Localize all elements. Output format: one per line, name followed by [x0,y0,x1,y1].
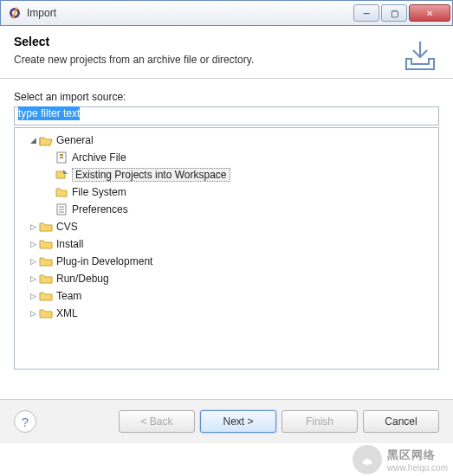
tree-label: XML [56,307,78,319]
page-description: Create new projects from an archive file… [14,54,439,66]
wizard-content: Select an import source: type filter tex… [0,79,453,375]
expand-icon[interactable]: ▷ [27,238,39,250]
tree-label: Archive File [72,151,126,164]
maximize-button[interactable]: ▢ [381,4,407,22]
tree-item-existing-projects[interactable]: Existing Projects into Workspace [16,166,437,183]
expand-icon[interactable]: ▷ [27,307,39,319]
watermark: 黑区网络 www.heiqu.com [353,445,448,474]
watermark-text: 黑区网络 [387,447,448,463]
folder-icon [55,186,68,198]
back-button[interactable]: < Back [119,410,195,433]
cancel-button[interactable]: Cancel [363,410,439,433]
tree-item-plugin-dev[interactable]: ▷ Plug-in Development [16,253,437,270]
tree-item-cvs[interactable]: ▷ CVS [16,218,437,235]
tree-label: Plug-in Development [56,255,152,267]
tree-item-preferences[interactable]: Preferences [16,201,437,218]
window-titlebar: Import ─ ▢ ✕ [0,0,453,26]
page-title: Select [14,35,439,48]
minimize-button[interactable]: ─ [353,4,379,22]
wizard-footer: ? < Back Next > Finish Cancel [0,399,453,443]
folder-icon [39,238,53,250]
close-button[interactable]: ✕ [409,4,450,22]
svg-rect-4 [60,154,63,156]
folder-icon [39,307,53,319]
tree-label: Install [56,238,83,250]
expand-icon[interactable]: ▷ [27,221,39,233]
preferences-icon [55,203,68,215]
tree-item-rundebug[interactable]: ▷ Run/Debug [16,270,437,287]
finish-button[interactable]: Finish [282,410,358,433]
watermark-url: www.heiqu.com [387,463,448,473]
collapse-icon[interactable]: ◢ [27,134,39,146]
tree-label: Preferences [72,203,128,215]
tree-item-xml[interactable]: ▷ XML [16,305,437,322]
folder-icon [39,221,53,233]
wizard-header: Select Create new projects from an archi… [0,26,453,79]
next-button[interactable]: Next > [200,410,276,433]
tree-item-archive[interactable]: Archive File [16,149,437,166]
filter-input[interactable]: type filter text [14,106,439,125]
tree-item-install[interactable]: ▷ Install [16,235,437,253]
svg-rect-5 [60,157,63,158]
import-source-tree[interactable]: ◢ General Archive File Existing Projects… [14,127,439,370]
source-label: Select an import source: [14,91,439,103]
tree-label: General [56,134,94,146]
help-button[interactable]: ? [14,410,36,433]
tree-label: File System [72,186,126,198]
folder-icon [39,273,53,285]
tree-label: CVS [56,221,78,233]
import-icon [401,36,439,74]
tree-label: Team [56,290,81,302]
app-icon [8,6,22,20]
tree-label: Run/Debug [56,273,109,285]
tree-item-filesystem[interactable]: File System [16,183,437,201]
expand-icon[interactable]: ▷ [27,255,39,267]
tree-item-general[interactable]: ◢ General [16,132,437,149]
expand-icon[interactable]: ▷ [27,290,39,302]
folder-icon [39,255,53,267]
tree-label: Existing Projects into Workspace [72,168,230,182]
folder-open-icon [39,134,53,146]
watermark-logo-icon [353,445,382,474]
tree-item-team[interactable]: ▷ Team [16,287,437,305]
projects-icon [55,169,68,181]
expand-icon[interactable]: ▷ [27,273,39,285]
window-title: Import [27,7,353,19]
folder-icon [39,290,53,302]
archive-file-icon [55,151,68,164]
